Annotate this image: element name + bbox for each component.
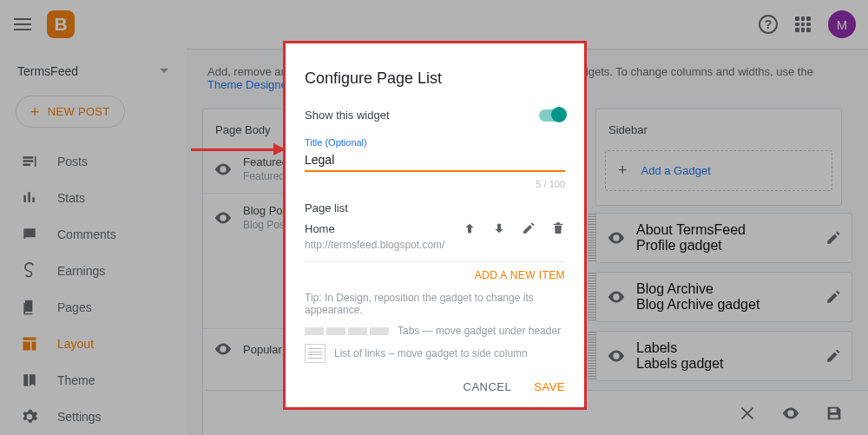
page-url: http://termsfeed.blogspot.com/ bbox=[305, 239, 565, 251]
title-input[interactable] bbox=[305, 148, 565, 172]
page-list-label: Page list bbox=[305, 201, 565, 214]
move-up-icon[interactable] bbox=[463, 221, 477, 235]
tabs-icon bbox=[305, 327, 389, 335]
annotation-arrow bbox=[191, 148, 285, 151]
page-name: Home bbox=[305, 222, 335, 235]
char-counter: 5 / 100 bbox=[305, 179, 565, 189]
hint-tabs: Tabs — move gadget under header bbox=[305, 325, 565, 337]
tip-text: Tip: In Design, reposition the gadget to… bbox=[305, 292, 565, 316]
edit-icon[interactable] bbox=[522, 221, 536, 235]
add-new-item-button[interactable]: ADD A NEW ITEM bbox=[305, 269, 565, 281]
configure-page-list-dialog: Configure Page List Show this widget Tit… bbox=[283, 41, 587, 410]
cancel-button[interactable]: CANCEL bbox=[464, 380, 512, 393]
title-field-label: Title (Optional) bbox=[305, 137, 565, 148]
show-widget-label: Show this widget bbox=[305, 109, 390, 122]
save-button[interactable]: SAVE bbox=[534, 380, 565, 393]
hint-list: List of links – move gadget to side colu… bbox=[305, 344, 565, 363]
dialog-title: Configure Page List bbox=[305, 69, 565, 88]
delete-icon[interactable] bbox=[551, 221, 565, 235]
show-widget-toggle[interactable] bbox=[539, 109, 565, 122]
page-item-row: Home bbox=[305, 221, 565, 235]
list-icon bbox=[305, 344, 326, 363]
move-down-icon[interactable] bbox=[492, 221, 506, 235]
